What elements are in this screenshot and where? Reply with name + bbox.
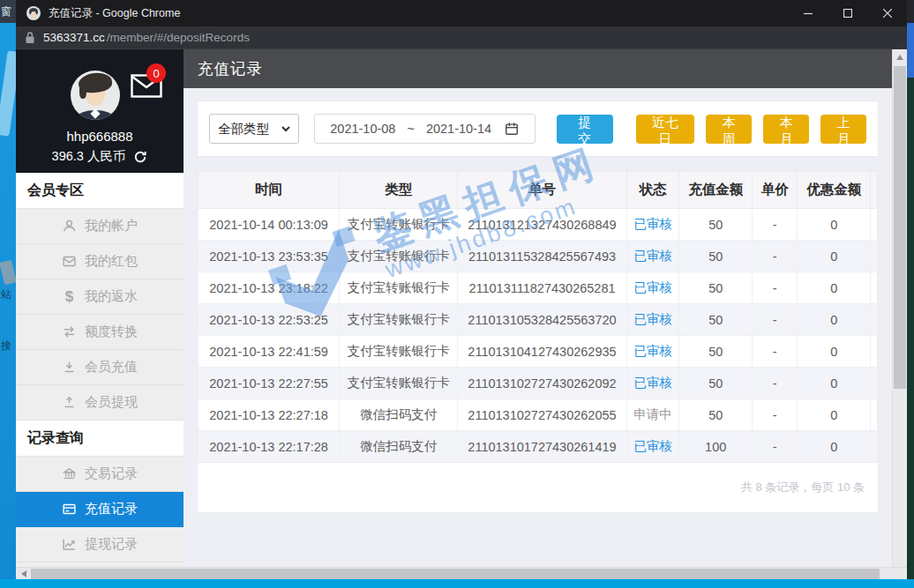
cell-unit-price: -	[753, 241, 798, 272]
cell-discount: 0	[798, 241, 871, 272]
column-clipped	[871, 172, 878, 209]
horizontal-scroll-thumb[interactable]	[31, 569, 880, 579]
table-row: 2021-10-13 22:17:28 微信扫码支付 2110131017274…	[199, 431, 878, 463]
column-discount: 优惠金额	[798, 172, 871, 209]
refresh-icon	[133, 150, 147, 164]
cell-type: 微信扫码支付	[340, 431, 458, 463]
sidebar-item-member-deposit[interactable]: 会员充值	[16, 350, 184, 385]
background-window-bottom-sliver	[0, 579, 914, 588]
deposit-icon	[62, 360, 77, 375]
cell-order-no: 211013102727430262055	[458, 399, 627, 431]
arrow-up-icon	[896, 55, 903, 60]
refresh-balance-button[interactable]	[133, 150, 147, 164]
sidebar-item-rebate[interactable]: $ 我的返水	[16, 279, 184, 315]
cell-clipped	[871, 336, 878, 368]
maximize-button[interactable]	[828, 0, 867, 26]
cell-status: 已审核	[626, 304, 678, 336]
cell-clipped	[871, 241, 878, 272]
sidebar-item-my-account[interactable]: 我的帐户	[16, 209, 184, 244]
cell-type: 微信扫码支付	[340, 399, 458, 431]
scroll-up-button[interactable]	[893, 49, 907, 64]
background-window-right-sliver	[907, 0, 914, 579]
sidebar-item-quota-transfer[interactable]: 额度转换	[16, 315, 184, 350]
window-titlebar: 充值记录 - Google Chrome	[16, 0, 907, 26]
cell-status: 已审核	[626, 241, 678, 272]
cell-status: 已审核	[626, 336, 678, 368]
close-button[interactable]	[867, 0, 907, 26]
cell-time: 2021-10-13 22:41:59	[199, 336, 340, 368]
filter-bar: 全部类型 2021-10-08 ~ 2021-10-14 提交 近七日 本周	[197, 100, 879, 157]
balance-amount: 396.3 人民币	[52, 148, 126, 165]
arrow-left-icon	[21, 570, 26, 577]
cell-time: 2021-10-13 22:17:28	[199, 431, 340, 463]
sidebar-item-member-withdraw[interactable]: 会员提现	[16, 385, 184, 421]
column-time: 时间	[199, 172, 340, 209]
close-icon	[883, 9, 892, 18]
scroll-left-button[interactable]	[16, 568, 31, 580]
address-bar[interactable]: 5363371.cc /member/#/depositRecords	[16, 26, 907, 49]
cell-status: 已审核	[626, 431, 678, 463]
cell-order-no: 211013102727430262092	[458, 368, 627, 399]
cell-type: 支付宝转账银行卡	[340, 304, 458, 336]
this-week-button[interactable]: 本周	[706, 115, 752, 144]
window-title: 充值记录 - Google Chrome	[49, 6, 180, 21]
date-to[interactable]: 2021-10-14	[426, 122, 491, 136]
cell-clipped	[871, 431, 878, 463]
table-row: 2021-10-13 23:53:35 支付宝转账银行卡 21101311532…	[199, 241, 878, 272]
cell-time: 2021-10-13 23:18:22	[199, 272, 340, 304]
date-range-input[interactable]: 2021-10-08 ~ 2021-10-14	[314, 114, 536, 144]
cell-clipped	[871, 272, 878, 304]
type-select[interactable]: 全部类型	[209, 114, 299, 144]
maximize-icon	[843, 9, 852, 18]
cell-discount: 0	[798, 399, 871, 431]
cell-amount: 50	[679, 368, 753, 399]
user-icon	[62, 219, 77, 234]
avatar[interactable]	[71, 71, 120, 120]
date-from[interactable]: 2021-10-08	[330, 122, 395, 136]
column-unit-price: 单价	[753, 172, 798, 209]
deposit-table-body: 2021-10-14 00:13:09 支付宝转账银行卡 21101312132…	[199, 209, 878, 463]
cell-type: 支付宝转账银行卡	[340, 272, 458, 304]
cell-time: 2021-10-14 00:13:09	[199, 209, 340, 241]
minimize-button[interactable]	[788, 0, 828, 26]
sidebar-section-member: 会员专区	[16, 173, 184, 209]
cell-order-no: 211013115328425567493	[458, 241, 627, 272]
main-panel: 充值记录 全部类型 2021-10-08 ~ 2021-10-14	[184, 49, 892, 567]
chart-icon	[62, 537, 77, 552]
cell-amount: 100	[679, 431, 753, 463]
sidebar-item-deposit-records[interactable]: 充值记录	[16, 492, 184, 527]
horizontal-scrollbar[interactable]	[16, 567, 907, 579]
table-row: 2021-10-13 22:53:25 支付宝转账银行卡 21101310532…	[199, 304, 878, 336]
cell-order-no: 211013104127430262935	[458, 336, 627, 368]
dollar-icon: $	[62, 288, 77, 306]
url-path: /member/#/depositRecords	[107, 31, 250, 44]
main-body: 全部类型 2021-10-08 ~ 2021-10-14 提交 近七日 本周	[184, 88, 892, 567]
last-seven-days-button[interactable]: 近七日	[636, 115, 695, 144]
table-row: 2021-10-13 22:41:59 支付宝转账银行卡 21101310412…	[199, 336, 878, 368]
background-text-fragment: 接	[1, 339, 16, 354]
cell-discount: 0	[798, 431, 871, 463]
page-title: 充值记录	[184, 49, 892, 88]
background-window-left-sliver: 窗 站 接	[0, 0, 16, 579]
username: hhp666888	[16, 129, 184, 144]
sidebar-item-transaction-records[interactable]: 交易记录	[16, 457, 184, 492]
column-type: 类型	[340, 172, 458, 209]
vertical-scroll-thumb[interactable]	[894, 66, 906, 389]
profile-panel: 0 hhp666888 396.3 人民币	[16, 49, 184, 173]
bank-icon	[62, 466, 77, 481]
this-month-button[interactable]: 本月	[763, 115, 809, 144]
table-row: 2021-10-13 22:27:55 支付宝转账银行卡 21101310272…	[199, 368, 878, 399]
sidebar-item-red-packet[interactable]: 我的红包	[16, 244, 184, 279]
cell-status: 申请中	[626, 399, 678, 431]
cell-order-no: 211013111827430265281	[458, 272, 627, 304]
submit-button[interactable]: 提交	[557, 115, 613, 144]
background-icon-fragment	[0, 50, 16, 136]
table-row: 2021-10-14 00:13:09 支付宝转账银行卡 21101312132…	[199, 209, 878, 241]
cell-amount: 50	[679, 272, 753, 304]
window-controls	[788, 0, 907, 26]
url-domain: 5363371.cc	[43, 31, 105, 44]
vertical-scrollbar[interactable]	[892, 49, 907, 567]
sidebar-item-withdraw-records[interactable]: 提现记录	[16, 527, 184, 562]
withdraw-icon	[62, 395, 77, 410]
last-month-button[interactable]: 上月	[820, 115, 866, 144]
